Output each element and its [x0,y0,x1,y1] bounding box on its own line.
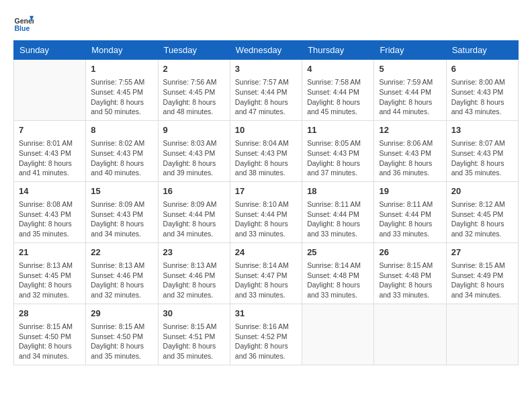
day-number: 23 [163,246,225,259]
calendar-cell: 5Sunrise: 7:59 AMSunset: 4:44 PMDaylight… [374,60,446,121]
day-number: 11 [307,124,369,136]
day-number: 24 [235,246,297,259]
day-info: Sunrise: 7:58 AMSunset: 4:44 PMDaylight:… [307,77,369,117]
calendar-cell: 6Sunrise: 8:00 AMSunset: 4:43 PMDaylight… [446,60,518,121]
day-number: 20 [451,185,513,197]
calendar-cell: 17Sunrise: 8:10 AMSunset: 4:44 PMDayligh… [230,181,302,242]
weekday-header-row: SundayMondayTuesdayWednesdayThursdayFrid… [14,41,519,60]
day-number: 5 [379,63,441,75]
calendar-cell: 25Sunrise: 8:14 AMSunset: 4:48 PMDayligh… [302,242,374,304]
day-info: Sunrise: 8:00 AMSunset: 4:43 PMDaylight:… [451,77,513,117]
calendar-table: SundayMondayTuesdayWednesdayThursdayFrid… [13,40,519,365]
calendar-cell: 1Sunrise: 7:55 AMSunset: 4:45 PMDaylight… [86,60,158,121]
day-number: 17 [235,185,297,197]
calendar-cell: 23Sunrise: 8:13 AMSunset: 4:46 PMDayligh… [158,242,230,304]
day-number: 21 [19,246,81,259]
day-info: Sunrise: 7:56 AMSunset: 4:45 PMDaylight:… [163,77,225,117]
day-number: 3 [235,63,297,75]
day-number: 31 [235,308,297,320]
calendar-cell [14,60,86,121]
weekday-header: Wednesday [230,41,302,60]
calendar-week-row: 1Sunrise: 7:55 AMSunset: 4:45 PMDaylight… [14,60,519,121]
weekday-header: Tuesday [158,41,230,60]
day-info: Sunrise: 8:15 AMSunset: 4:51 PMDaylight:… [163,322,225,361]
weekday-header: Sunday [14,41,86,60]
calendar-cell: 15Sunrise: 8:09 AMSunset: 4:43 PMDayligh… [86,181,158,242]
calendar-cell: 21Sunrise: 8:13 AMSunset: 4:45 PMDayligh… [14,242,86,304]
weekday-header: Thursday [302,41,374,60]
calendar-cell: 22Sunrise: 8:13 AMSunset: 4:46 PMDayligh… [86,242,158,304]
calendar-cell: 18Sunrise: 8:11 AMSunset: 4:44 PMDayligh… [302,181,374,242]
day-info: Sunrise: 8:01 AMSunset: 4:43 PMDaylight:… [19,138,81,178]
calendar-week-row: 21Sunrise: 8:13 AMSunset: 4:45 PMDayligh… [14,242,519,304]
calendar-header: SundayMondayTuesdayWednesdayThursdayFrid… [14,41,519,60]
day-number: 19 [379,185,441,197]
day-number: 10 [235,124,297,136]
day-info: Sunrise: 8:15 AMSunset: 4:50 PMDaylight:… [19,322,81,361]
calendar-cell: 24Sunrise: 8:14 AMSunset: 4:47 PMDayligh… [230,242,302,304]
calendar-cell [302,304,374,365]
day-number: 15 [91,185,152,197]
day-info: Sunrise: 8:12 AMSunset: 4:45 PMDaylight:… [451,199,513,239]
day-number: 27 [451,246,513,259]
calendar-week-row: 28Sunrise: 8:15 AMSunset: 4:50 PMDayligh… [14,304,519,365]
calendar-cell: 2Sunrise: 7:56 AMSunset: 4:45 PMDaylight… [158,60,230,121]
calendar-cell: 14Sunrise: 8:08 AMSunset: 4:43 PMDayligh… [14,181,86,242]
logo-icon: General Blue [13,13,34,34]
day-info: Sunrise: 8:06 AMSunset: 4:43 PMDaylight:… [379,138,441,178]
calendar-cell: 31Sunrise: 8:16 AMSunset: 4:52 PMDayligh… [230,304,302,365]
calendar-cell: 16Sunrise: 8:09 AMSunset: 4:44 PMDayligh… [158,181,230,242]
day-info: Sunrise: 8:16 AMSunset: 4:52 PMDaylight:… [235,322,297,361]
day-info: Sunrise: 8:14 AMSunset: 4:48 PMDaylight:… [307,261,369,300]
calendar-body: 1Sunrise: 7:55 AMSunset: 4:45 PMDaylight… [14,60,519,365]
day-info: Sunrise: 8:07 AMSunset: 4:43 PMDaylight:… [451,138,513,178]
day-info: Sunrise: 8:13 AMSunset: 4:45 PMDaylight:… [19,261,81,300]
calendar-week-row: 7Sunrise: 8:01 AMSunset: 4:43 PMDaylight… [14,120,519,181]
calendar-cell: 20Sunrise: 8:12 AMSunset: 4:45 PMDayligh… [446,181,518,242]
weekday-header: Saturday [446,41,518,60]
weekday-header: Friday [374,41,446,60]
calendar-cell: 3Sunrise: 7:57 AMSunset: 4:44 PMDaylight… [230,60,302,121]
day-info: Sunrise: 8:09 AMSunset: 4:43 PMDaylight:… [91,199,152,239]
day-info: Sunrise: 8:11 AMSunset: 4:44 PMDaylight:… [307,199,369,239]
calendar-cell: 13Sunrise: 8:07 AMSunset: 4:43 PMDayligh… [446,120,518,181]
calendar-cell: 27Sunrise: 8:15 AMSunset: 4:49 PMDayligh… [446,242,518,304]
calendar-cell: 9Sunrise: 8:03 AMSunset: 4:43 PMDaylight… [158,120,230,181]
day-number: 2 [163,63,225,75]
day-number: 22 [91,246,152,259]
day-number: 26 [379,246,441,259]
calendar-cell: 12Sunrise: 8:06 AMSunset: 4:43 PMDayligh… [374,120,446,181]
day-info: Sunrise: 8:13 AMSunset: 4:46 PMDaylight:… [163,261,225,300]
day-info: Sunrise: 8:15 AMSunset: 4:50 PMDaylight:… [91,322,152,361]
calendar-cell: 10Sunrise: 8:04 AMSunset: 4:43 PMDayligh… [230,120,302,181]
day-info: Sunrise: 8:13 AMSunset: 4:46 PMDaylight:… [91,261,152,300]
calendar-cell: 8Sunrise: 8:02 AMSunset: 4:43 PMDaylight… [86,120,158,181]
day-number: 12 [379,124,441,136]
day-number: 30 [163,308,225,320]
day-info: Sunrise: 8:02 AMSunset: 4:43 PMDaylight:… [91,138,152,178]
calendar-cell: 4Sunrise: 7:58 AMSunset: 4:44 PMDaylight… [302,60,374,121]
day-number: 1 [91,63,152,75]
calendar-cell [374,304,446,365]
day-info: Sunrise: 8:15 AMSunset: 4:48 PMDaylight:… [379,261,441,300]
calendar-cell: 28Sunrise: 8:15 AMSunset: 4:50 PMDayligh… [14,304,86,365]
calendar-cell: 29Sunrise: 8:15 AMSunset: 4:50 PMDayligh… [86,304,158,365]
day-info: Sunrise: 8:15 AMSunset: 4:49 PMDaylight:… [451,261,513,300]
day-number: 7 [19,124,81,136]
page-header: General Blue [13,13,519,34]
day-info: Sunrise: 8:08 AMSunset: 4:43 PMDaylight:… [19,199,81,239]
day-info: Sunrise: 8:11 AMSunset: 4:44 PMDaylight:… [379,199,441,239]
day-number: 25 [307,246,369,259]
calendar-cell [446,304,518,365]
day-info: Sunrise: 7:57 AMSunset: 4:44 PMDaylight:… [235,77,297,117]
day-number: 14 [19,185,81,197]
calendar-week-row: 14Sunrise: 8:08 AMSunset: 4:43 PMDayligh… [14,181,519,242]
day-number: 18 [307,185,369,197]
calendar-cell: 19Sunrise: 8:11 AMSunset: 4:44 PMDayligh… [374,181,446,242]
day-info: Sunrise: 8:14 AMSunset: 4:47 PMDaylight:… [235,261,297,300]
day-info: Sunrise: 8:05 AMSunset: 4:43 PMDaylight:… [307,138,369,178]
day-number: 28 [19,308,81,320]
calendar-cell: 26Sunrise: 8:15 AMSunset: 4:48 PMDayligh… [374,242,446,304]
day-info: Sunrise: 8:04 AMSunset: 4:43 PMDaylight:… [235,138,297,178]
day-info: Sunrise: 7:59 AMSunset: 4:44 PMDaylight:… [379,77,441,117]
